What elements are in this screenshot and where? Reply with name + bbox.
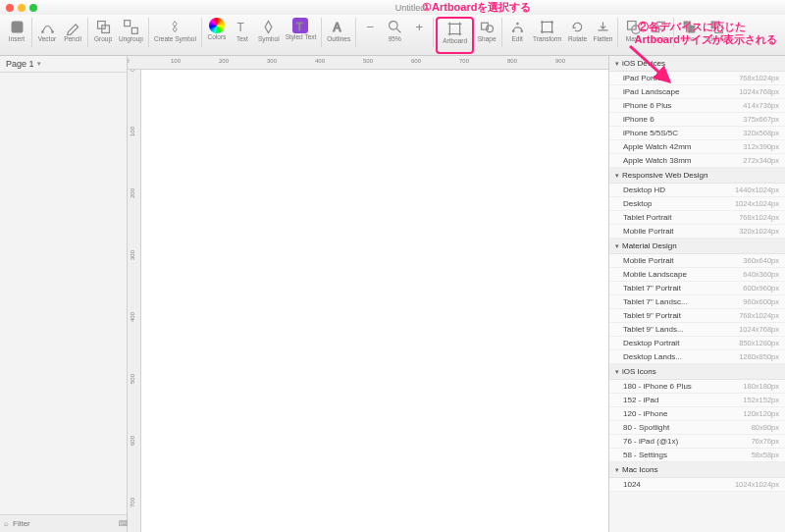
filter-input[interactable]: [13, 519, 116, 528]
group-button[interactable]: Group: [90, 17, 116, 50]
artboard-preset-row[interactable]: 80 - Spotlight80x80px: [609, 421, 785, 435]
create-symbol-label: Create Symbol: [154, 36, 196, 43]
artboard-preset-row[interactable]: Mobile Landscape640x360px: [609, 268, 785, 282]
preset-size: 850x1280px: [739, 339, 779, 347]
zoom-level[interactable]: 95%: [382, 17, 407, 50]
mask-label: Mask: [626, 36, 642, 43]
preset-section-header[interactable]: iOS Devices: [609, 56, 785, 72]
minimize-traffic-light[interactable]: [18, 4, 26, 12]
preset-size: 180x180px: [743, 382, 779, 391]
zoom-in-button[interactable]: +: [407, 17, 431, 50]
artboard-preset-row[interactable]: Desktop HD1440x1024px: [609, 184, 785, 197]
svg-point-14: [486, 25, 493, 31]
artboard-preset-row[interactable]: 10241024x1024px: [609, 478, 785, 492]
edit-button[interactable]: Edit: [504, 17, 530, 50]
svg-point-19: [541, 21, 544, 24]
flatten-button[interactable]: Flatten: [590, 17, 615, 50]
preset-name: Tablet 9" Lands...: [623, 325, 684, 334]
scale-button[interactable]: Scale: [646, 17, 671, 50]
artboard-preset-row[interactable]: iPad Landscape1024x768px: [609, 85, 785, 99]
chevron-down-icon: ▾: [37, 60, 41, 68]
transform-button[interactable]: Transform: [530, 17, 564, 50]
vector-button[interactable]: Vector: [34, 17, 60, 50]
preset-name: 180 - iPhone 6 Plus: [623, 382, 692, 391]
preset-size: 1024x768px: [739, 325, 779, 334]
preset-section-header[interactable]: Mac Icons: [609, 462, 785, 478]
artboard-preset-row[interactable]: iPad Portrait768x1024px: [609, 72, 785, 85]
page-selector[interactable]: Page 1 ▾: [0, 56, 127, 73]
svg-text:T: T: [296, 21, 303, 31]
window-title: Untitled: [41, 3, 779, 13]
subtract-button[interactable]: Subtract: [702, 17, 731, 50]
svg-rect-12: [450, 24, 460, 33]
svg-point-22: [551, 30, 554, 33]
horizontal-ruler: 0100200300400500600700800900: [128, 56, 608, 70]
create-symbol-button[interactable]: Create Symbol: [151, 17, 199, 50]
preset-size: 152x152px: [743, 396, 779, 404]
artboard-preset-row[interactable]: Mobile Portrait360x640px: [609, 254, 785, 268]
artboard-button[interactable]: Artboard: [440, 19, 470, 52]
text-label: Text: [236, 36, 248, 43]
styled-text-button[interactable]: TStyled Text: [283, 17, 320, 50]
artboard-preset-row[interactable]: 76 - iPad (@1x)76x76px: [609, 435, 785, 449]
subtract-label: Subtract: [705, 36, 728, 43]
zoom-traffic-light[interactable]: [29, 4, 37, 12]
preset-section-header[interactable]: Responsive Web Design: [609, 168, 785, 184]
preset-name: Apple Watch 38mm: [623, 156, 692, 165]
union-button[interactable]: Union: [676, 17, 702, 50]
canvas[interactable]: [141, 70, 608, 532]
text-button[interactable]: TText: [230, 17, 255, 50]
preset-size: 320x568px: [743, 129, 779, 137]
edit-label: Edit: [512, 36, 523, 43]
preset-name: iPhone 6 Plus: [623, 101, 671, 110]
artboard-preset-row[interactable]: Tablet 7" Landsc...960x600px: [609, 295, 785, 309]
mask-button[interactable]: Mask: [620, 17, 646, 50]
svg-point-20: [551, 21, 554, 24]
artboard-preset-row[interactable]: Tablet 9" Lands...1024x768px: [609, 323, 785, 337]
ungroup-button[interactable]: Ungroup: [116, 17, 146, 50]
toolbar: Insert Vector Pencil Group Ungroup Creat…: [0, 15, 785, 56]
artboard-preset-row[interactable]: iPhone 5/5S/5C320x568px: [609, 127, 785, 140]
symbol-button[interactable]: Symbol: [255, 17, 283, 50]
artboard-preset-row[interactable]: 120 - iPhone120x120px: [609, 407, 785, 421]
insert-button[interactable]: Insert: [4, 17, 29, 50]
preset-name: Tablet Portrait: [623, 213, 671, 222]
svg-rect-7: [131, 27, 137, 33]
artboard-preset-row[interactable]: Apple Watch 38mm272x340px: [609, 154, 785, 168]
artboard-preset-row[interactable]: Tablet Portrait768x1024px: [609, 211, 785, 225]
artboard-preset-row[interactable]: Desktop Portrait850x1280px: [609, 337, 785, 350]
artboard-preset-row[interactable]: Apple Watch 42mm312x390px: [609, 140, 785, 154]
artboard-preset-row[interactable]: Desktop Lands...1280x850px: [609, 350, 785, 364]
preset-size: 312x390px: [743, 142, 779, 151]
artboard-preset-row[interactable]: 180 - iPhone 6 Plus180x180px: [609, 380, 785, 394]
preset-section-header[interactable]: iOS Icons: [609, 364, 785, 380]
preset-name: Desktop Lands...: [623, 352, 682, 361]
svg-text:A: A: [333, 20, 340, 33]
zoom-out-button[interactable]: −: [358, 17, 382, 50]
artboard-preset-row[interactable]: iPhone 6375x667px: [609, 113, 785, 127]
preset-section-header[interactable]: Material Design: [609, 239, 785, 254]
preset-name: 58 - Settings: [623, 451, 667, 459]
colors-button[interactable]: Colors: [204, 17, 230, 50]
ungroup-label: Ungroup: [119, 36, 143, 43]
artboard-preset-row[interactable]: Mobile Portrait320x1024px: [609, 225, 785, 239]
preset-name: Tablet 9" Portrait: [623, 311, 681, 320]
artboard-preset-row[interactable]: iPhone 6 Plus414x736px: [609, 99, 785, 113]
artboard-preset-row[interactable]: Desktop1024x1024px: [609, 197, 785, 211]
preset-name: 120 - iPhone: [623, 409, 667, 418]
artboard-preset-row[interactable]: 58 - Settings58x58px: [609, 449, 785, 462]
svg-rect-18: [543, 22, 552, 31]
artboard-preset-row[interactable]: Tablet 9" Portrait768x1024px: [609, 309, 785, 323]
vertical-ruler: 0100200300400500600700: [128, 70, 141, 532]
pencil-label: Pencil: [64, 36, 81, 43]
artboard-preset-row[interactable]: Tablet 7" Portrait600x960px: [609, 282, 785, 295]
svg-rect-6: [125, 20, 131, 26]
artboard-preset-row[interactable]: 152 - iPad152x152px: [609, 394, 785, 407]
pencil-button[interactable]: Pencil: [60, 17, 85, 50]
close-traffic-light[interactable]: [6, 4, 14, 12]
rotate-button[interactable]: Rotate: [564, 17, 590, 50]
preset-size: 1024x768px: [739, 87, 779, 96]
outlines-label: Outlines: [327, 36, 350, 43]
outlines-button[interactable]: AOutlines: [324, 17, 353, 50]
shape-button[interactable]: Shape: [474, 17, 499, 50]
